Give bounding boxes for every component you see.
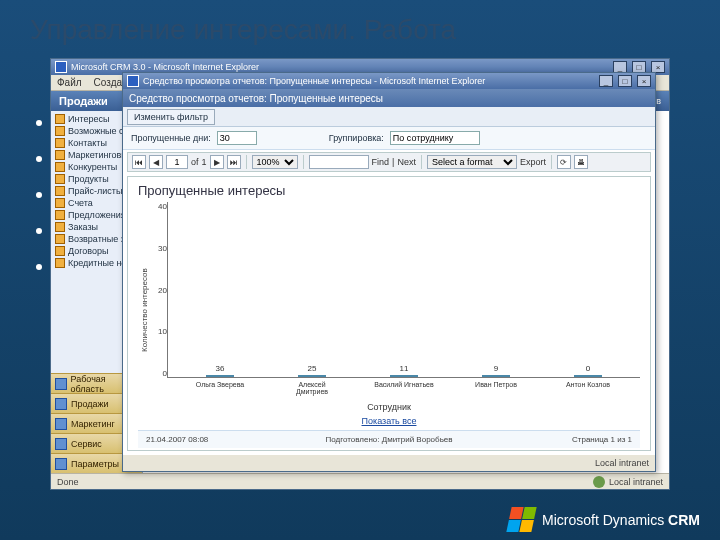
- y-ticks: 40 30 20 10 0: [149, 202, 167, 398]
- marketing-icon: [55, 418, 67, 430]
- bar-value: 9: [494, 364, 498, 373]
- microsoft-logo-icon: [506, 507, 536, 532]
- folder-icon: [55, 138, 65, 148]
- menu-file[interactable]: Файл: [57, 77, 82, 88]
- print-button[interactable]: 🖶: [574, 155, 588, 169]
- show-all-row: Показать все: [138, 416, 640, 426]
- sales-icon: [55, 398, 67, 410]
- outer-statusbar: Done Local intranet: [51, 473, 669, 489]
- show-all-link[interactable]: Показать все: [362, 416, 417, 426]
- first-page-button[interactable]: ⏮: [132, 155, 146, 169]
- page-of-label: of: [191, 157, 199, 167]
- nav-label: Маркетинг: [71, 419, 115, 429]
- bar: 36: [200, 364, 240, 377]
- footer-date: 21.04.2007 08:08: [146, 435, 308, 444]
- minimize-button[interactable]: _: [599, 75, 613, 87]
- nav-label: Параметры: [71, 459, 119, 469]
- workspace-icon: [55, 378, 67, 390]
- report-header: Средство просмотра отчетов: Пропущенные …: [123, 89, 655, 107]
- status-zone: Local intranet: [609, 477, 663, 487]
- folder-icon: [55, 222, 65, 232]
- nav-label: Продажи: [71, 399, 109, 409]
- viewer-toolbar: ⏮ ◀ of 1 ▶ ⏭ 100% Find | Next Select a f…: [127, 152, 651, 172]
- inner-statusbar: Local intranet: [123, 455, 655, 471]
- bar: 0: [568, 364, 608, 377]
- report-header-title: Средство просмотра отчетов: Пропущенные …: [129, 93, 383, 104]
- inner-window-title: Средство просмотра отчетов: Пропущенные …: [143, 76, 485, 86]
- x-tick-label: Василий Игнатьев: [374, 381, 434, 395]
- page-current-input[interactable]: [166, 155, 188, 169]
- bar: 9: [476, 364, 516, 377]
- filter-days-input[interactable]: [217, 131, 257, 145]
- brand-text: Microsoft Dynamics CRM: [542, 512, 700, 528]
- tree-label: Прайс-листы: [68, 186, 122, 196]
- maximize-button[interactable]: □: [618, 75, 632, 87]
- outer-window-title: Microsoft CRM 3.0 - Microsoft Internet E…: [71, 62, 259, 72]
- report-viewer-window: Средство просмотра отчетов: Пропущенные …: [122, 72, 656, 472]
- status-done: Done: [57, 477, 79, 487]
- folder-icon: [55, 174, 65, 184]
- nav-label: Сервис: [71, 439, 102, 449]
- bar-value: 36: [216, 364, 225, 373]
- tree-label: Договоры: [68, 246, 108, 256]
- bar-value: 0: [586, 364, 590, 373]
- ie-icon: [127, 75, 139, 87]
- footer-user: Подготовлено: Дмитрий Воробьев: [308, 435, 470, 444]
- bar: 25: [292, 364, 332, 377]
- find-link[interactable]: Find: [372, 157, 390, 167]
- bar-rect: [206, 375, 234, 377]
- bar-value: 11: [400, 364, 409, 373]
- report-toolbar: Изменить фильтр: [123, 107, 655, 127]
- x-axis-label: Сотрудник: [138, 402, 640, 412]
- find-input[interactable]: [309, 155, 369, 169]
- bar: 11: [384, 364, 424, 377]
- bar-rect: [390, 375, 418, 377]
- report-title: Пропущенные интересы: [138, 183, 640, 198]
- format-select[interactable]: Select a format: [427, 155, 517, 169]
- prev-page-button[interactable]: ◀: [149, 155, 163, 169]
- gear-icon: [55, 458, 67, 470]
- x-tick-label: Ольга Зверева: [190, 381, 250, 395]
- report-filters: Пропущенные дни: Группировка:: [123, 127, 655, 150]
- inner-titlebar: Средство просмотра отчетов: Пропущенные …: [123, 73, 655, 89]
- service-icon: [55, 438, 67, 450]
- y-axis-label: Количество интересов: [138, 202, 149, 398]
- tree-label: Предложения: [68, 210, 126, 220]
- refresh-button[interactable]: ⟳: [557, 155, 571, 169]
- slide-title: Управление интересами. Работа: [30, 14, 456, 46]
- export-link[interactable]: Export: [520, 157, 546, 167]
- folder-icon: [55, 258, 65, 268]
- ie-icon: [55, 61, 67, 73]
- folder-icon: [55, 126, 65, 136]
- page-total: 1: [202, 157, 207, 167]
- tree-label: Контакты: [68, 138, 107, 148]
- folder-icon: [55, 114, 65, 124]
- slide-bullets: [36, 120, 42, 300]
- close-button[interactable]: ×: [637, 75, 651, 87]
- next-link[interactable]: Next: [397, 157, 416, 167]
- bar-rect: [574, 375, 602, 377]
- bar-rect: [482, 375, 510, 377]
- zone-icon: [593, 476, 605, 488]
- folder-icon: [55, 234, 65, 244]
- chart-plot: 36251190Ольга ЗвереваАлексей ДмитриевВас…: [167, 202, 640, 378]
- folder-icon: [55, 198, 65, 208]
- filter-days-label: Пропущенные дни:: [131, 133, 211, 143]
- x-tick-label: Иван Петров: [466, 381, 526, 395]
- chart: Количество интересов 40 30 20 10 0 36251…: [138, 202, 640, 398]
- filter-group-input[interactable]: [390, 131, 480, 145]
- bar-value: 25: [308, 364, 317, 373]
- edit-filter-button[interactable]: Изменить фильтр: [127, 109, 215, 125]
- x-tick-label: Алексей Дмитриев: [282, 381, 342, 395]
- filter-group-label: Группировка:: [329, 133, 384, 143]
- zoom-select[interactable]: 100%: [252, 155, 298, 169]
- next-page-button[interactable]: ▶: [210, 155, 224, 169]
- x-tick-label: Антон Козлов: [558, 381, 618, 395]
- tree-label: Интересы: [68, 114, 109, 124]
- folder-icon: [55, 210, 65, 220]
- tree-label: Счета: [68, 198, 93, 208]
- tree-label: Продукты: [68, 174, 109, 184]
- report-body: Пропущенные интересы Количество интересо…: [127, 176, 651, 451]
- last-page-button[interactable]: ⏭: [227, 155, 241, 169]
- crm-section-title: Продажи: [59, 95, 108, 107]
